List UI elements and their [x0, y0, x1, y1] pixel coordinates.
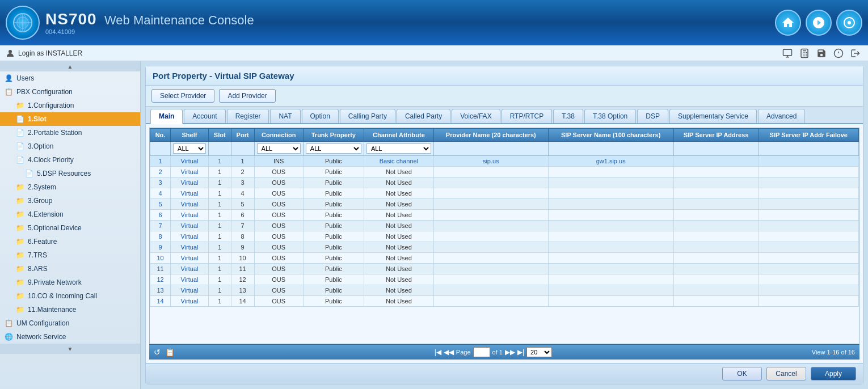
- cell-connection[interactable]: OUS: [254, 188, 303, 199]
- tab-supplementary[interactable]: Supplementary Service: [669, 109, 757, 123]
- cell-no[interactable]: 4: [150, 188, 171, 199]
- sidebar-item-um[interactable]: 📋 UM Configuration: [0, 316, 140, 330]
- apply-button[interactable]: Apply: [811, 367, 856, 380]
- filter-shelf[interactable]: ALL: [171, 142, 209, 156]
- cell-sip_server_ip[interactable]: [673, 156, 759, 167]
- cell-no[interactable]: 3: [150, 177, 171, 188]
- sidebar-item-group[interactable]: 📁 3.Group: [0, 194, 140, 208]
- cell-port[interactable]: 9: [231, 242, 254, 253]
- cell-connection[interactable]: OUS: [254, 242, 303, 253]
- refresh-icon[interactable]: ↺: [154, 348, 161, 357]
- cell-no[interactable]: 7: [150, 221, 171, 231]
- cell-slot[interactable]: 1: [208, 253, 231, 264]
- ok-button[interactable]: OK: [722, 367, 762, 380]
- cell-shelf[interactable]: Virtual: [171, 199, 209, 210]
- cell-shelf[interactable]: Virtual: [171, 253, 209, 264]
- cell-sip_server_ip[interactable]: [673, 242, 759, 253]
- cell-connection[interactable]: OUS: [254, 274, 303, 285]
- cell-connection[interactable]: OUS: [254, 296, 303, 307]
- cell-port[interactable]: 7: [231, 221, 254, 231]
- table-wrapper[interactable]: No. Shelf Slot Port Connection Trunk Pro…: [149, 128, 859, 344]
- sidebar-item-clock[interactable]: 📄 4.Clock Priority: [0, 153, 140, 167]
- tab-t38-option[interactable]: T.38 Option: [584, 109, 636, 123]
- cell-sip_server_name[interactable]: [548, 253, 673, 264]
- table-row[interactable]: 11Virtual111OUSPublicNot Used: [150, 264, 859, 274]
- cell-sip_server_failover[interactable]: [759, 167, 859, 177]
- cell-channel_attribute[interactable]: Not Used: [364, 253, 433, 264]
- table-row[interactable]: 5Virtual15OUSPublicNot Used: [150, 199, 859, 210]
- cell-slot[interactable]: 1: [208, 188, 231, 199]
- table-row[interactable]: 12Virtual112OUSPublicNot Used: [150, 274, 859, 285]
- cell-trunk_property[interactable]: Public: [303, 199, 364, 210]
- cell-shelf[interactable]: Virtual: [171, 296, 209, 307]
- table-row[interactable]: 2Virtual12OUSPublicNot Used: [150, 167, 859, 177]
- cell-sip_server_ip[interactable]: [673, 167, 759, 177]
- cell-slot[interactable]: 1: [208, 242, 231, 253]
- cell-provider_name[interactable]: [433, 188, 548, 199]
- sidebar-item-optional[interactable]: 📁 5.Optional Device: [0, 221, 140, 235]
- cell-shelf[interactable]: Virtual: [171, 177, 209, 188]
- cell-sip_server_ip[interactable]: [673, 199, 759, 210]
- cell-port[interactable]: 10: [231, 253, 254, 264]
- cell-provider_name[interactable]: [433, 231, 548, 242]
- cell-provider_name[interactable]: [433, 167, 548, 177]
- tab-rtp-rtcp[interactable]: RTP/RTCP: [502, 109, 553, 123]
- cell-port[interactable]: 11: [231, 264, 254, 274]
- tab-option[interactable]: Option: [302, 109, 339, 123]
- cell-channel_attribute[interactable]: Not Used: [364, 188, 433, 199]
- info-icon[interactable]: [832, 46, 845, 60]
- table-row[interactable]: 7Virtual17OUSPublicNot Used: [150, 221, 859, 231]
- tab-calling-party[interactable]: Calling Party: [340, 109, 395, 123]
- cell-sip_server_ip[interactable]: [673, 296, 759, 307]
- cell-no[interactable]: 1: [150, 156, 171, 167]
- filter-channel[interactable]: ALL: [364, 142, 433, 156]
- home-icon-btn[interactable]: [775, 10, 801, 36]
- cell-sip_server_failover[interactable]: [759, 156, 859, 167]
- cell-port[interactable]: 14: [231, 296, 254, 307]
- tab-called-party[interactable]: Called Party: [397, 109, 450, 123]
- table-row[interactable]: 3Virtual13OUSPublicNot Used: [150, 177, 859, 188]
- filter-trunk-select[interactable]: ALL: [306, 143, 361, 154]
- cell-port[interactable]: 1: [231, 156, 254, 167]
- cell-sip_server_name[interactable]: [548, 264, 673, 274]
- cell-sip_server_name[interactable]: [548, 231, 673, 242]
- cell-no[interactable]: 8: [150, 231, 171, 242]
- tab-main[interactable]: Main: [150, 109, 183, 124]
- cell-sip_server_ip[interactable]: [673, 221, 759, 231]
- cell-channel_attribute[interactable]: Not Used: [364, 264, 433, 274]
- cell-trunk_property[interactable]: Public: [303, 285, 364, 296]
- cell-channel_attribute[interactable]: Not Used: [364, 167, 433, 177]
- sidebar-item-pbx[interactable]: 📋 PBX Configuration: [0, 85, 140, 99]
- sidebar-item-config[interactable]: 📁 1.Configuration: [0, 99, 140, 112]
- cell-channel_attribute[interactable]: Not Used: [364, 242, 433, 253]
- cell-provider_name[interactable]: [433, 177, 548, 188]
- cell-channel_attribute[interactable]: Not Used: [364, 221, 433, 231]
- cell-port[interactable]: 12: [231, 274, 254, 285]
- cell-channel_attribute[interactable]: Not Used: [364, 285, 433, 296]
- cell-slot[interactable]: 1: [208, 296, 231, 307]
- sidebar-scroll-up[interactable]: ▲: [0, 61, 140, 71]
- next-page-icon[interactable]: ▶▶: [505, 348, 515, 356]
- sidebar-item-dsp[interactable]: 📄 5.DSP Resources: [0, 167, 140, 180]
- add-provider-button[interactable]: Add Provider: [219, 89, 275, 103]
- tab-dsp[interactable]: DSP: [637, 109, 668, 123]
- cell-slot[interactable]: 1: [208, 221, 231, 231]
- sidebar-item-network[interactable]: 🌐 Network Service: [0, 330, 140, 344]
- cell-channel_attribute[interactable]: Not Used: [364, 274, 433, 285]
- cell-slot[interactable]: 1: [208, 210, 231, 221]
- cell-port[interactable]: 2: [231, 167, 254, 177]
- cell-no[interactable]: 14: [150, 296, 171, 307]
- cell-connection[interactable]: OUS: [254, 253, 303, 264]
- cell-sip_server_name[interactable]: [548, 221, 673, 231]
- cell-sip_server_ip[interactable]: [673, 177, 759, 188]
- select-provider-button[interactable]: Select Provider: [151, 89, 214, 103]
- sidebar-item-maintenance[interactable]: 📁 11.Maintenance: [0, 303, 140, 316]
- cell-channel_attribute[interactable]: Basic channel: [364, 156, 433, 167]
- cell-provider_name[interactable]: [433, 274, 548, 285]
- cell-sip_server_failover[interactable]: [759, 231, 859, 242]
- cell-shelf[interactable]: Virtual: [171, 210, 209, 221]
- tab-account[interactable]: Account: [184, 109, 225, 123]
- sidebar-item-private[interactable]: 📁 9.Private Network: [0, 276, 140, 289]
- cell-provider_name[interactable]: [433, 210, 548, 221]
- cell-shelf[interactable]: Virtual: [171, 188, 209, 199]
